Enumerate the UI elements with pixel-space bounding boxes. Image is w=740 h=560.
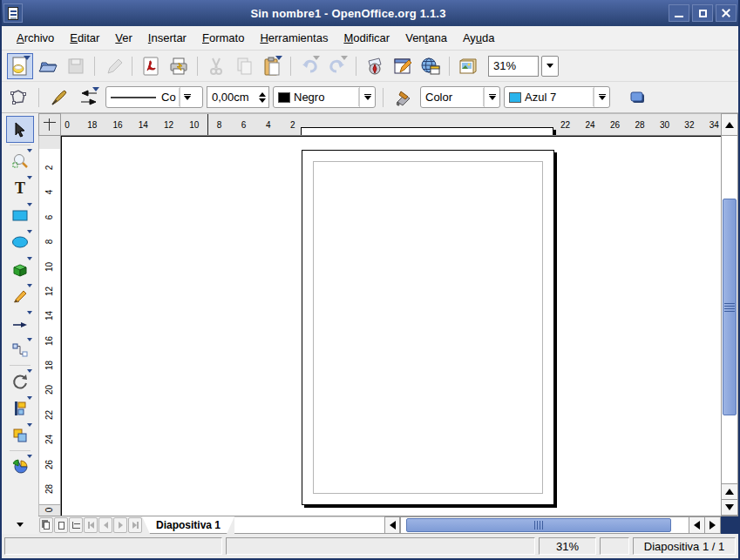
function-toolbar: 31% <box>2 51 738 82</box>
curve-tool[interactable] <box>6 282 34 309</box>
redo-button[interactable] <box>324 53 350 79</box>
fill-color-combo[interactable]: Azul 7 <box>504 86 610 108</box>
undo-button[interactable] <box>296 53 322 79</box>
menu-item[interactable]: Archivo <box>9 28 62 48</box>
fill-type-combo[interactable]: Color <box>420 86 500 108</box>
spin-down-icon[interactable] <box>259 98 266 103</box>
slide-tab[interactable]: Diapositiva 1 <box>142 516 234 534</box>
insert-tool[interactable] <box>6 453 34 480</box>
horizontal-scroll-thumb[interactable] <box>406 518 671 532</box>
menu-item[interactable]: Ventana <box>397 28 455 48</box>
menu-item[interactable]: Formato <box>194 28 252 48</box>
rectangle-tool[interactable] <box>6 201 34 228</box>
scroll-up-button[interactable] <box>721 113 738 136</box>
next-slide-button[interactable] <box>113 517 127 533</box>
export-pdf-icon <box>140 56 161 77</box>
vertical-ruler[interactable]: 246810121416182022242628 0 <box>38 136 61 516</box>
rotate-tool[interactable] <box>6 368 34 395</box>
line-width-spinner[interactable]: 0,00cm <box>207 86 269 108</box>
cut-button[interactable] <box>203 53 229 79</box>
minimize-button[interactable] <box>669 4 689 22</box>
toolbar-separator <box>197 57 198 76</box>
text-tool[interactable]: T <box>6 174 34 201</box>
line-style-sample-icon <box>111 95 156 100</box>
first-slide-button[interactable] <box>84 517 98 533</box>
arrange-tool[interactable] <box>6 422 34 449</box>
scroll-left-button-2[interactable] <box>689 516 705 534</box>
menu-item[interactable]: Insertar <box>140 28 194 48</box>
app-window: Sin nombre1 - OpenOffice.org 1.1.3 Archi… <box>0 0 740 560</box>
alignment-tool[interactable] <box>6 395 34 422</box>
zoom-dropdown-button[interactable] <box>541 56 559 77</box>
new-document-button[interactable] <box>7 53 33 79</box>
ellipse-tool[interactable] <box>6 228 34 255</box>
scroll-right-button[interactable] <box>705 516 721 534</box>
slide-page[interactable] <box>302 150 554 505</box>
zoom-tool[interactable] <box>6 147 34 174</box>
lines-arrows-tool[interactable] <box>6 309 34 336</box>
edit-points-button[interactable] <box>5 84 31 111</box>
close-button[interactable] <box>716 4 737 22</box>
arrow-ends-button[interactable] <box>76 84 102 111</box>
arrow-up-icon <box>725 489 734 495</box>
vruler-labels: 246810121416182022242628 <box>39 149 60 504</box>
vertical-scroll-thumb[interactable] <box>723 199 737 415</box>
toolbar-more-button[interactable] <box>10 518 31 530</box>
shadow-button[interactable] <box>624 84 650 111</box>
connector-tool[interactable] <box>6 336 34 363</box>
master-mode-button[interactable] <box>54 517 68 533</box>
horizontal-ruler[interactable]: 018161412108642 2468101214161820 2224262… <box>61 113 721 136</box>
edit-document-button[interactable] <box>390 53 416 79</box>
scroll-down-button[interactable] <box>722 499 737 515</box>
arrow-right-icon <box>709 521 716 530</box>
select-tool[interactable] <box>6 116 34 143</box>
area-dialog-button[interactable] <box>390 84 417 111</box>
hyperlink-button[interactable] <box>418 53 444 79</box>
open-button[interactable] <box>35 53 61 79</box>
line-style-combo[interactable]: Co <box>105 86 203 108</box>
page-mode-button[interactable] <box>39 517 53 533</box>
menu-item[interactable]: Herramientas <box>252 28 336 48</box>
3d-flyout-icon <box>27 257 32 260</box>
vertical-scrollbar[interactable] <box>721 136 738 516</box>
save-button[interactable] <box>63 53 89 79</box>
line-color-combo[interactable]: Negro <box>273 86 376 108</box>
toolbar-separator <box>132 57 132 76</box>
menu-item[interactable]: Editar <box>62 28 107 48</box>
status-zoom-panel[interactable]: 31% <box>539 537 596 555</box>
resize-corner <box>721 516 738 534</box>
horizontal-scroll-track[interactable] <box>400 516 689 534</box>
maximize-button[interactable] <box>692 4 713 22</box>
vertical-scroll-track[interactable] <box>722 136 737 483</box>
gallery-button[interactable] <box>455 53 481 79</box>
line-color-dropdown[interactable] <box>359 87 375 107</box>
print-button[interactable] <box>166 53 192 79</box>
3d-objects-tool[interactable] <box>6 255 34 282</box>
scroll-left-button[interactable] <box>384 516 400 534</box>
spin-up-icon[interactable] <box>259 92 266 97</box>
curve-flyout-icon <box>27 284 32 287</box>
scroll-up-button-bottom[interactable] <box>722 483 737 499</box>
export-pdf-button[interactable] <box>138 53 164 79</box>
app-icon[interactable] <box>3 3 23 23</box>
layer-mode-button[interactable] <box>69 517 83 533</box>
line-style-dropdown[interactable] <box>180 87 195 107</box>
last-slide-button[interactable] <box>128 517 142 533</box>
pie-chart-icon <box>11 458 29 476</box>
menu-item[interactable]: Ver <box>107 28 140 48</box>
ruler-origin-box[interactable] <box>38 113 61 136</box>
line-dialog-button[interactable] <box>46 84 72 111</box>
zoom-input[interactable]: 31% <box>488 56 539 77</box>
drawing-canvas[interactable] <box>61 136 721 516</box>
line-color-swatch <box>278 92 290 103</box>
fill-color-dropdown[interactable] <box>594 87 609 107</box>
paste-button[interactable] <box>259 53 285 79</box>
rotate-flyout-icon <box>27 369 32 373</box>
previous-slide-button[interactable] <box>98 517 112 533</box>
edit-file-button[interactable] <box>100 53 126 79</box>
navigator-button[interactable] <box>362 53 388 79</box>
menu-item[interactable]: Modificar <box>336 28 397 48</box>
menu-item[interactable]: Ayuda <box>455 28 503 48</box>
fill-type-dropdown[interactable] <box>484 87 499 107</box>
copy-button[interactable] <box>231 53 257 79</box>
